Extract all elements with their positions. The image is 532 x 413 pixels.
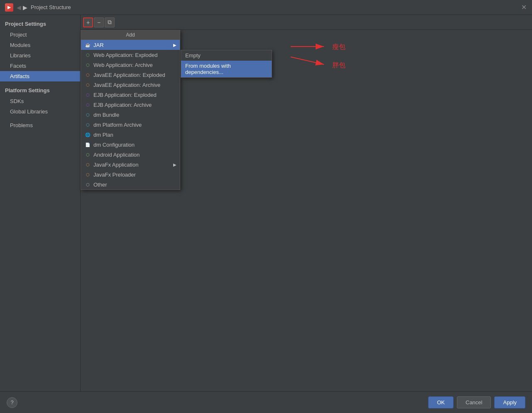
dropdown-item-ejb-exploded[interactable]: ⬡ EJB Application: Exploded bbox=[81, 90, 180, 100]
dm-config-icon: 📄 bbox=[84, 141, 91, 148]
project-settings-label: Project Settings bbox=[0, 18, 80, 30]
dropdown-item-dm-config[interactable]: 📄 dm Configuration bbox=[81, 140, 180, 150]
remove-button[interactable]: − bbox=[94, 17, 104, 27]
dropdown-item-javafx-app[interactable]: ⬡ JavaFx Application ▶ bbox=[81, 160, 180, 170]
dropdown-item-dm-plan[interactable]: 🌐 dm Plan bbox=[81, 130, 180, 140]
help-area: ? bbox=[7, 397, 425, 408]
dropdown-item-web-archive-label: Web Application: Archive bbox=[93, 62, 153, 68]
javaee-archive-icon: ⬡ bbox=[84, 81, 91, 88]
ok-button[interactable]: OK bbox=[428, 396, 454, 408]
dropdown-item-javafx-preloader[interactable]: ⬡ JavaFx Preloader bbox=[81, 170, 180, 179]
sidebar-item-global-libraries[interactable]: Global Libraries bbox=[0, 106, 80, 117]
add-button[interactable]: + bbox=[83, 17, 93, 27]
help-button[interactable]: ? bbox=[7, 397, 17, 408]
nav-arrows: ◀ ▶ bbox=[17, 4, 27, 11]
sidebar-item-facets[interactable]: Facets bbox=[0, 61, 80, 71]
close-button[interactable]: ✕ bbox=[520, 4, 527, 11]
title-bar: ▶ ◀ ▶ Project Structure ✕ bbox=[0, 0, 532, 15]
dropdown-item-javafx-preloader-label: JavaFx Preloader bbox=[93, 172, 136, 178]
sidebar-item-libraries[interactable]: Libraries bbox=[0, 50, 80, 61]
jar-arrow-icon: ▶ bbox=[173, 43, 177, 47]
dropdown-item-web-exploded-label: Web Application: Exploded bbox=[93, 52, 157, 58]
sidebar-item-sdks[interactable]: SDKs bbox=[0, 96, 80, 106]
other-icon: ⬡ bbox=[84, 181, 91, 188]
add-dropdown-menu: Add ☕ JAR ▶ Empty From modules with depe… bbox=[81, 30, 180, 190]
javaee-exploded-icon: ⬡ bbox=[84, 71, 91, 78]
dropdown-item-other[interactable]: ⬡ Other bbox=[81, 179, 180, 189]
dropdown-item-ejb-archive[interactable]: ⬡ EJB Application: Archive bbox=[81, 100, 180, 110]
android-icon: ⬡ bbox=[84, 151, 91, 158]
submenu-item-from-modules[interactable]: From modules with dependencies... bbox=[181, 61, 272, 77]
sidebar-item-problems[interactable]: Problems bbox=[0, 120, 80, 130]
dropdown-header: Add bbox=[81, 30, 180, 40]
sidebar-item-modules[interactable]: Modules bbox=[0, 40, 80, 50]
forward-arrow[interactable]: ▶ bbox=[23, 4, 27, 11]
cancel-button[interactable]: Cancel bbox=[457, 396, 491, 408]
sidebar-item-artifacts[interactable]: Artifacts bbox=[0, 71, 80, 81]
ejb-exploded-icon: ⬡ bbox=[84, 91, 91, 98]
main-content: Project Settings Project Modules Librari… bbox=[0, 15, 532, 391]
app-icon: ▶ bbox=[5, 3, 13, 12]
jar-icon: ☕ bbox=[84, 42, 91, 48]
window-title: Project Structure bbox=[31, 4, 71, 10]
dropdown-item-web-archive[interactable]: ⬡ Web Application: Archive bbox=[81, 60, 180, 70]
ejb-archive-icon: ⬡ bbox=[84, 101, 91, 108]
dropdown-item-jar-label: JAR bbox=[93, 42, 104, 48]
dropdown-item-dm-platform-label: dm Platform Archive bbox=[93, 122, 142, 128]
web-archive-icon: ⬡ bbox=[84, 61, 91, 68]
javafx-app-icon: ⬡ bbox=[84, 161, 91, 168]
dm-platform-icon: ⬡ bbox=[84, 121, 91, 128]
title-bar-left: ▶ ◀ ▶ Project Structure bbox=[5, 3, 71, 12]
dropdown-item-android[interactable]: ⬡ Android Application bbox=[81, 150, 180, 160]
dropdown-item-web-exploded[interactable]: ⬡ Web Application: Exploded bbox=[81, 50, 180, 60]
copy-button[interactable]: ⧉ bbox=[105, 17, 115, 27]
platform-settings-label: Platform Settings bbox=[0, 85, 80, 96]
sidebar: Project Settings Project Modules Librari… bbox=[0, 15, 81, 391]
dropdown-item-dm-config-label: dm Configuration bbox=[93, 142, 135, 148]
jar-submenu: Empty From modules with dependencies... bbox=[181, 50, 272, 78]
bottom-bar: ? OK Cancel Apply bbox=[0, 391, 532, 413]
dropdown-item-ejb-archive-label: EJB Application: Archive bbox=[93, 102, 152, 108]
dropdown-item-javaee-archive-label: JavaEE Application: Archive bbox=[93, 82, 160, 88]
dropdown-item-javaee-exploded[interactable]: ⬡ JavaEE Application: Exploded bbox=[81, 70, 180, 80]
content-panel: + − ⧉ Add ☕ JAR ▶ Empty From mod bbox=[81, 15, 532, 391]
dropdown-item-javaee-archive[interactable]: ⬡ JavaEE Application: Archive bbox=[81, 80, 180, 90]
dropdown-item-javafx-app-label: JavaFx Application bbox=[93, 162, 138, 168]
submenu-item-empty[interactable]: Empty bbox=[181, 50, 272, 61]
back-arrow[interactable]: ◀ bbox=[17, 4, 21, 11]
dm-plan-icon: 🌐 bbox=[84, 131, 91, 138]
dropdown-item-dm-bundle[interactable]: ⬡ dm Bundle bbox=[81, 110, 180, 120]
dm-bundle-icon: ⬡ bbox=[84, 111, 91, 118]
dropdown-item-dm-plan-label: dm Plan bbox=[93, 132, 113, 138]
dropdown-item-jar[interactable]: ☕ JAR ▶ Empty From modules with dependen… bbox=[81, 40, 180, 50]
javafx-arrow-icon: ▶ bbox=[173, 162, 177, 167]
project-structure-dialog: ▶ ◀ ▶ Project Structure ✕ Project Settin… bbox=[0, 0, 532, 413]
dropdown-item-other-label: Other bbox=[93, 182, 107, 188]
dropdown-item-android-label: Android Application bbox=[93, 152, 140, 158]
toolbar: + − ⧉ Add ☕ JAR ▶ Empty From mod bbox=[81, 15, 532, 30]
javafx-preloader-icon: ⬡ bbox=[84, 171, 91, 178]
dropdown-item-dm-platform[interactable]: ⬡ dm Platform Archive bbox=[81, 120, 180, 130]
dropdown-item-ejb-exploded-label: EJB Application: Exploded bbox=[93, 92, 157, 98]
web-exploded-icon: ⬡ bbox=[84, 52, 91, 58]
apply-button[interactable]: Apply bbox=[494, 396, 525, 408]
dropdown-item-javaee-exploded-label: JavaEE Application: Exploded bbox=[93, 72, 165, 78]
sidebar-item-project[interactable]: Project bbox=[0, 30, 80, 40]
dropdown-item-dm-bundle-label: dm Bundle bbox=[93, 112, 119, 118]
